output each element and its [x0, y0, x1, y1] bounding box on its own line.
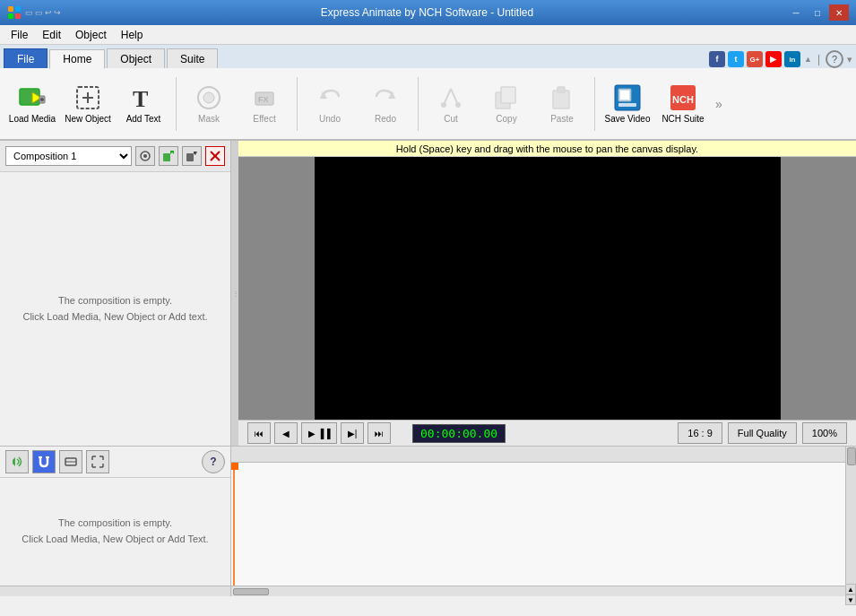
effect-label: Effect	[253, 114, 275, 125]
composition-settings-button[interactable]	[135, 146, 155, 166]
composition-empty-text: The composition is empty. Click Load Med…	[22, 293, 207, 325]
minimize-button[interactable]: ─	[786, 4, 806, 21]
svg-rect-36	[186, 153, 194, 161]
scroll-up-arrow[interactable]: ▲	[845, 584, 856, 594]
v-scroll-arrows: ▲ ▼	[845, 584, 856, 605]
composition-export-button[interactable]	[159, 146, 178, 166]
nch-suite-button[interactable]: NCH NCH Suite	[656, 74, 710, 134]
video-canvas	[315, 157, 781, 420]
tab-suite[interactable]: Suite	[167, 48, 218, 68]
effect-icon: FX	[250, 83, 279, 112]
composition-delete-button[interactable]	[205, 146, 225, 166]
go-to-end-button[interactable]: ⏭	[367, 422, 391, 444]
tab-home[interactable]: Home	[49, 49, 105, 69]
redo-label: Redo	[375, 114, 396, 125]
composition-empty-content: The composition is empty. Click Load Med…	[0, 172, 230, 446]
cut-icon	[437, 83, 465, 112]
timecode-display: 00:00:00.00	[412, 424, 506, 443]
step-forward-button[interactable]: ▶|	[341, 422, 364, 444]
google-icon[interactable]: G+	[747, 51, 763, 67]
timeline-empty-text: The composition is empty. Click Load Med…	[22, 516, 208, 547]
timeline-right-panel[interactable]: 0:00s 5s 10s 15s 20s 25s 30s	[231, 447, 856, 586]
scroll-down-arrow[interactable]: ▼	[845, 594, 856, 605]
composition-import-button[interactable]	[182, 146, 202, 166]
separator-3	[418, 77, 419, 131]
nch-suite-label: NCH Suite	[661, 114, 704, 125]
window-controls: ─ □ ✕	[786, 4, 849, 21]
audio-tool-button[interactable]	[5, 450, 29, 473]
timeline-top: ? The composition is empty. Click Load M…	[0, 447, 856, 586]
canvas-display[interactable]	[238, 157, 856, 420]
twitter-icon[interactable]: t	[728, 51, 744, 67]
play-button[interactable]: ▶ ▐▐	[301, 422, 337, 444]
playhead[interactable]	[233, 463, 235, 586]
save-video-label: Save Video	[605, 114, 651, 125]
redo-icon	[371, 83, 400, 112]
svg-rect-23	[501, 87, 515, 103]
mask-label: Mask	[198, 114, 220, 125]
expand-tool-button[interactable]	[86, 450, 109, 473]
linkedin-icon[interactable]: in	[784, 51, 800, 67]
aspect-ratio-button[interactable]: 16 : 9	[678, 422, 722, 444]
menu-file[interactable]: File	[4, 25, 35, 44]
facebook-icon[interactable]: f	[709, 51, 725, 67]
menu-edit[interactable]: Edit	[35, 25, 68, 44]
h-scroll-thumb[interactable]	[233, 588, 269, 595]
more-icon[interactable]: ▲	[804, 55, 812, 64]
svg-rect-25	[558, 87, 565, 92]
zoom-button[interactable]: 100%	[802, 422, 847, 444]
help-circle-icon[interactable]: ?	[826, 50, 843, 68]
tab-object[interactable]: Object	[107, 48, 165, 68]
step-back-button[interactable]: ◀	[274, 422, 298, 444]
youtube-icon[interactable]: ▶	[765, 51, 782, 67]
menu-bar: File Edit Object Help	[0, 25, 856, 45]
load-media-icon	[18, 83, 47, 112]
info-text: Hold (Space) key and drag with the mouse…	[396, 143, 698, 154]
svg-rect-29	[618, 103, 636, 107]
svg-point-21	[455, 102, 461, 108]
menu-object[interactable]: Object	[68, 25, 114, 44]
svg-point-13	[203, 92, 214, 103]
dropdown-arrow-icon[interactable]: ▾	[847, 54, 852, 65]
add-text-icon: T	[129, 83, 158, 112]
save-video-icon	[613, 83, 642, 112]
composition-header: Composition 1	[0, 141, 230, 172]
main-area: Composition 1 The composition is empty. …	[0, 141, 856, 446]
svg-point-20	[441, 102, 446, 108]
undo-label: Undo	[319, 114, 341, 125]
undo-icon	[316, 83, 344, 112]
copy-label: Copy	[496, 114, 516, 125]
separator-1	[176, 77, 177, 131]
panel-divider[interactable]: ⋮	[231, 141, 238, 446]
composition-select[interactable]: Composition 1	[5, 146, 132, 166]
magnet-tool-button[interactable]	[32, 450, 56, 473]
load-media-button[interactable]: Load Media	[5, 74, 59, 134]
svg-rect-34	[163, 153, 170, 161]
maximize-button[interactable]: □	[808, 4, 827, 21]
timeline-tools: ?	[0, 447, 230, 478]
app-icon	[7, 5, 22, 20]
info-bar: Hold (Space) key and drag with the mouse…	[238, 141, 856, 157]
close-button[interactable]: ✕	[829, 4, 849, 21]
nch-suite-icon: NCH	[669, 83, 697, 112]
playhead-arrow	[231, 463, 238, 470]
tab-file[interactable]: File	[4, 48, 48, 68]
add-text-button[interactable]: T Add Text	[117, 74, 170, 134]
save-video-button[interactable]: Save Video	[601, 74, 654, 134]
title-bar-app-icons: ▭▭↩↪	[7, 5, 61, 20]
go-to-start-button[interactable]: ⏮	[247, 422, 271, 444]
timeline-vertical-scrollbar[interactable]	[845, 447, 856, 586]
help-button[interactable]: ?	[202, 450, 225, 473]
menu-help[interactable]: Help	[114, 25, 151, 44]
new-object-icon	[73, 83, 102, 112]
new-object-button[interactable]: New Object	[61, 74, 115, 134]
timeline-horizontal-scrollbar[interactable]	[231, 586, 845, 596]
trim-tool-button[interactable]	[59, 450, 82, 473]
svg-marker-37	[194, 152, 197, 155]
v-scroll-thumb[interactable]	[847, 447, 856, 465]
ribbon-expand-icon[interactable]: »	[715, 97, 722, 111]
ribbon-right-area: f t G+ ▶ in ▲ | ? ▾	[709, 50, 852, 68]
quality-button[interactable]: Full Quality	[728, 422, 797, 444]
svg-rect-2	[8, 13, 13, 19]
add-text-label: Add Text	[126, 114, 161, 125]
